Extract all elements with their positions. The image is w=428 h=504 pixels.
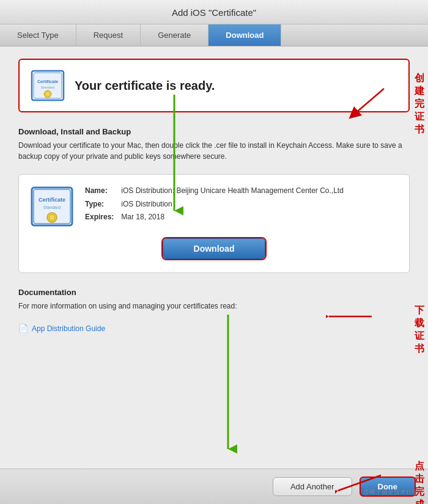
app-distribution-guide-link[interactable]: 📄 App Distribution Guide — [18, 324, 410, 333]
tab-generate[interactable]: Generate — [141, 24, 208, 46]
cert-info-box: Certificate Standard Name: iOS Distribut… — [18, 174, 410, 273]
download-btn-border: Download — [161, 237, 267, 260]
tab-download[interactable]: Download — [208, 24, 281, 46]
doc-link-text: App Distribution Guide — [32, 324, 105, 333]
type-label: Type: — [85, 198, 121, 211]
download-section-title: Download, Install and Backup — [18, 127, 410, 136]
documentation-section: Documentation For more information on us… — [18, 288, 410, 333]
expires-label: Expires: — [85, 211, 121, 224]
svg-text:Standard: Standard — [41, 86, 54, 89]
type-value: iOS Distribution — [121, 198, 344, 211]
footer: Add Another Done @稀土掘金技术社区 — [0, 469, 428, 504]
certificate-icon: Certificate Standard — [31, 68, 65, 103]
tab-select-type[interactable]: Select Type — [0, 24, 76, 46]
svg-text:Certificate: Certificate — [37, 79, 58, 84]
window-title: Add iOS "Certificate" — [172, 7, 256, 18]
download-button[interactable]: Download — [163, 238, 266, 259]
download-btn-wrapper: Download — [30, 237, 398, 263]
svg-text:Standard: Standard — [43, 205, 61, 210]
tab-request[interactable]: Request — [76, 24, 141, 46]
tab-bar: Select Type Request Generate Download — [0, 24, 428, 46]
watermark: @稀土掘金技术社区 — [363, 488, 418, 497]
name-value: iOS Distribution: Beijing Unicare Health… — [121, 184, 344, 198]
svg-point-5 — [46, 92, 50, 97]
main-content: Certificate Standard Your certificate is… — [0, 46, 428, 469]
svg-text:Certificate: Certificate — [39, 197, 65, 203]
cert-details: Name: iOS Distribution: Beijing Unicare … — [85, 184, 398, 224]
title-bar: Add iOS "Certificate" — [0, 0, 428, 24]
documentation-body: For more information on using and managi… — [18, 301, 410, 312]
cert-ready-text: Your certificate is ready. — [75, 79, 215, 93]
documentation-title: Documentation — [18, 288, 410, 297]
cert-ready-box: Certificate Standard Your certificate is… — [18, 59, 410, 112]
add-another-button[interactable]: Add Another — [273, 477, 352, 496]
doc-icon: 📄 — [18, 324, 28, 333]
download-section-body: Download your certificate to your Mac, t… — [18, 140, 410, 162]
download-install-section: Download, Install and Backup Download yo… — [18, 127, 410, 162]
svg-point-11 — [50, 215, 55, 221]
name-label: Name: — [85, 184, 121, 198]
cert-icon-small: Certificate Standard — [30, 184, 74, 228]
expires-value: Mar 18, 2018 — [121, 211, 344, 224]
